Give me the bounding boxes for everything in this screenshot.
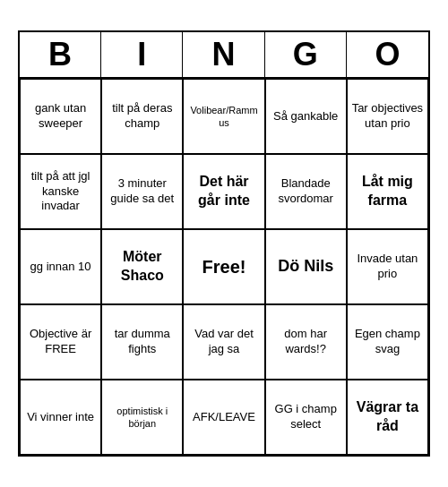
bingo-cell: optimistisk i början [101, 380, 183, 455]
bingo-cell: Free! [183, 229, 264, 304]
bingo-cell: dom har wards!? [265, 304, 347, 380]
header-letter: O [347, 32, 428, 77]
bingo-cell: Dö Nils [265, 229, 347, 304]
bingo-cell: Vad var det jag sa [183, 304, 264, 380]
bingo-cell: Möter Shaco [101, 229, 183, 304]
bingo-cell: Blandade svordomar [265, 154, 347, 229]
bingo-cell: Så gankable [265, 79, 347, 154]
bingo-cell: Volibear/Rammus [183, 79, 264, 154]
bingo-cell: tilt på att jgl kanske invadar [20, 154, 101, 229]
bingo-header: BINGO [20, 32, 428, 79]
bingo-cell: tar dumma fights [101, 304, 183, 380]
bingo-cell: Det här går inte [183, 154, 264, 229]
bingo-cell: tilt på deras champ [101, 79, 183, 154]
header-letter: B [20, 32, 101, 77]
header-letter: G [265, 32, 347, 77]
bingo-cell: Objective är FREE [20, 304, 101, 380]
bingo-cell: GG i champ select [265, 380, 347, 455]
bingo-cell: Tar objectives utan prio [347, 79, 428, 154]
bingo-cell: Vi vinner inte [20, 380, 101, 455]
bingo-cell: AFK/LEAVE [183, 380, 264, 455]
bingo-cell: gank utan sweeper [20, 79, 101, 154]
header-letter: I [101, 32, 183, 77]
bingo-cell: gg innan 10 [20, 229, 101, 304]
bingo-grid: gank utan sweepertilt på deras champVoli… [20, 79, 428, 455]
bingo-cell: Låt mig farma [347, 154, 428, 229]
bingo-cell: Egen champ svag [347, 304, 428, 380]
bingo-cell: Invade utan prio [347, 229, 428, 304]
header-letter: N [183, 32, 264, 77]
bingo-cell: Vägrar ta råd [347, 380, 428, 455]
bingo-card: BINGO gank utan sweepertilt på deras cha… [18, 30, 430, 457]
bingo-cell: 3 minuter guide sa det [101, 154, 183, 229]
